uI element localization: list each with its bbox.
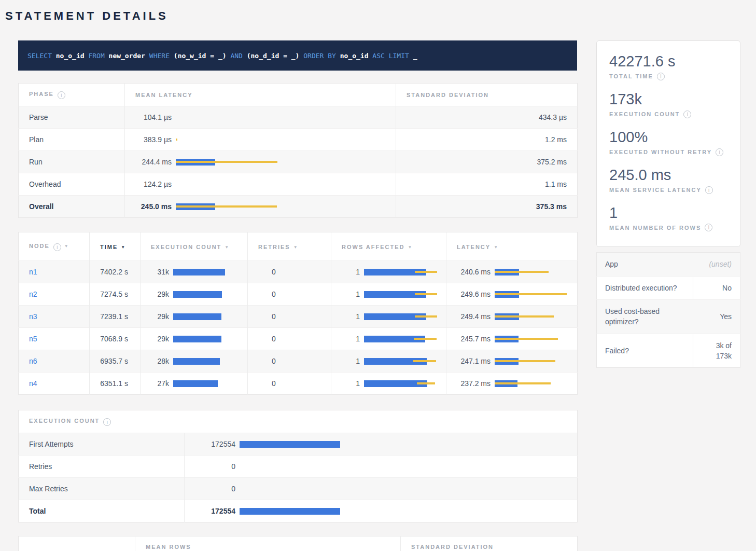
- node-link[interactable]: n5: [29, 335, 37, 343]
- stat-value: 42271.6 s: [609, 53, 727, 70]
- node-retries: 0: [248, 350, 331, 373]
- sql-identifier: no_o_id: [340, 52, 373, 60]
- execution-count-label: Total: [19, 500, 185, 522]
- node-row: n17402.2 s31k01240.6 ms: [19, 261, 578, 283]
- execution-count-row: First Attempts172554: [19, 433, 578, 456]
- execution-count-value-cell: 172554: [185, 433, 578, 456]
- stat-label: EXECUTED WITHOUT RETRYi: [609, 148, 727, 156]
- sidebar: 42271.6 sTOTAL TIMEi173kEXECUTION COUNTi…: [596, 40, 740, 551]
- latency-header-label: LATENCY: [457, 244, 491, 250]
- node-link[interactable]: n6: [29, 357, 37, 365]
- value-with-bar: 0: [195, 485, 567, 493]
- stat-label: EXECUTION COUNTi: [609, 111, 727, 118]
- mean-bar: [173, 380, 218, 387]
- stddev-whisker: [495, 293, 567, 295]
- time-column-header[interactable]: TIME▼: [90, 232, 141, 261]
- value-with-bar: 31k: [151, 268, 237, 276]
- bar-chart: [173, 313, 221, 320]
- value-with-bar: 172554: [195, 507, 567, 515]
- node-column-header[interactable]: NODEi▼: [19, 232, 90, 261]
- phase-mean-latency-cell: 383.9 µs: [125, 129, 396, 151]
- node-link[interactable]: n3: [29, 312, 37, 321]
- info-icon[interactable]: i: [53, 243, 61, 251]
- value-with-bar: 1: [339, 268, 436, 276]
- info-icon[interactable]: i: [705, 186, 713, 194]
- node-time: 6935.7 s: [90, 350, 141, 373]
- value-label: 1: [339, 335, 360, 343]
- bar-chart: [176, 203, 277, 210]
- value-with-bar: 244.4 ms: [135, 158, 385, 166]
- stat-value: 100%: [609, 129, 727, 146]
- stddev-whisker: [495, 382, 551, 384]
- retries-value: 0: [258, 268, 289, 276]
- node-header-label: NODE: [29, 243, 50, 249]
- value-with-bar: 27k: [151, 379, 237, 388]
- mean-bar: [173, 336, 221, 342]
- sql-keyword: ASC LIMIT: [372, 52, 413, 60]
- info-icon[interactable]: i: [103, 418, 111, 426]
- stddev-whisker: [415, 315, 437, 318]
- details-value: No: [693, 276, 740, 299]
- node-cell: n2: [19, 283, 90, 306]
- info-icon[interactable]: i: [683, 111, 691, 118]
- details-value: 3k of 173k: [693, 334, 740, 368]
- value-label: 244.4 ms: [135, 158, 172, 166]
- stddev-whisker: [414, 338, 437, 340]
- value-with-bar: 247.1 ms: [454, 357, 567, 365]
- value-label: 245.0 ms: [135, 202, 172, 211]
- value-with-bar: 104.1 µs: [135, 113, 385, 121]
- exec-header-label: EXECUTION COUNT: [151, 244, 221, 250]
- mean-rows-column-header: MEAN ROWS: [135, 536, 401, 551]
- phase-row: Run244.4 ms375.2 ms: [19, 151, 578, 173]
- time-header-label: TIME: [100, 244, 118, 250]
- summary-stat: 245.0 msMEAN SERVICE LATENCYi: [609, 167, 727, 194]
- node-rows-affected-cell: 1: [331, 350, 446, 373]
- node-row: n57068.9 s29k01245.7 ms: [19, 328, 578, 350]
- execution-count-column-header[interactable]: EXECUTION COUNT▼: [141, 232, 248, 261]
- value-label: 1: [339, 379, 360, 388]
- value-with-bar: 249.6 ms: [454, 290, 567, 298]
- sql-identifier: (no_w_id = _): [174, 52, 231, 60]
- node-latency-cell: 237.2 ms: [446, 373, 578, 395]
- sql-identifier: (no_d_id = _): [247, 52, 304, 60]
- summary-stats-card: 42271.6 sTOTAL TIMEi173kEXECUTION COUNTi…: [596, 40, 740, 247]
- bar-chart: [495, 358, 555, 365]
- phase-mean-latency-cell: 104.1 µs: [125, 106, 396, 129]
- value-with-bar: 240.6 ms: [454, 268, 567, 276]
- value-label: 237.2 ms: [454, 379, 491, 388]
- stat-value: 173k: [609, 91, 727, 108]
- value-label: 172554: [195, 440, 235, 448]
- value-label: 0: [195, 462, 235, 471]
- node-retries: 0: [248, 283, 331, 306]
- node-link[interactable]: n2: [29, 290, 37, 298]
- retries-value: 0: [258, 379, 289, 388]
- retries-value: 0: [258, 312, 289, 321]
- details-row: App(unset): [597, 253, 740, 276]
- info-icon[interactable]: i: [657, 73, 665, 80]
- stat-label-text: MEAN NUMBER OF ROWS: [609, 225, 701, 231]
- value-with-bar: 383.9 µs: [135, 135, 385, 144]
- info-icon[interactable]: i: [716, 148, 723, 156]
- info-icon[interactable]: i: [705, 224, 712, 231]
- bar-chart: [240, 441, 340, 448]
- value-label: 0: [195, 485, 235, 493]
- node-link[interactable]: n1: [29, 268, 37, 276]
- stat-label-text: EXECUTION COUNT: [609, 111, 680, 117]
- node-retries: 0: [248, 328, 331, 350]
- node-rows-affected-cell: 1: [331, 283, 446, 306]
- latency-column-header[interactable]: LATENCY▼: [446, 232, 578, 261]
- sort-arrow-icon: ▼: [121, 245, 126, 250]
- node-retries: 0: [248, 373, 331, 395]
- node-row: n27274.5 s29k01249.6 ms: [19, 283, 578, 306]
- node-time: 7239.1 s: [90, 306, 141, 328]
- rows-affected-column-header[interactable]: ROWS AFFECTED▼: [331, 232, 446, 261]
- node-cell: n3: [19, 306, 90, 328]
- page-title: STATEMENT DETAILS: [5, 9, 756, 23]
- info-icon[interactable]: i: [58, 91, 65, 99]
- node-link[interactable]: n4: [29, 379, 37, 388]
- execution-count-value-cell: 172554: [185, 500, 578, 522]
- phase-std-dev: 1.1 ms: [396, 173, 578, 196]
- summary-stat: 1MEAN NUMBER OF ROWSi: [609, 205, 727, 232]
- execution-count-value-cell: 0: [185, 456, 578, 478]
- retries-column-header[interactable]: RETRIES▼: [248, 232, 331, 261]
